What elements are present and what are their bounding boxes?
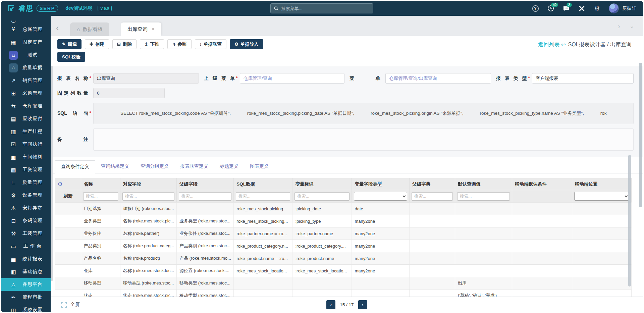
创建-button[interactable]: ✚创建 (85, 39, 109, 49)
sql-statement-box[interactable]: SELECT roke_mes_stock_picking.code AS "单… (93, 103, 634, 124)
breadcrumb: 返回列表 ↩ SQL报表设计器 / 出库查询 (538, 41, 632, 48)
table-row[interactable]: 产品类别名称 (roke.product.categ...产品类别 (roke.… (55, 240, 632, 252)
sidebar-item-应收应付[interactable]: ▤应收应付 (1, 112, 51, 125)
prev-page-button[interactable]: ‹ (326, 300, 335, 309)
window-scrollbar[interactable] (639, 63, 642, 207)
filter-search-input[interactable] (412, 192, 453, 201)
sidebar-item-质量单据[interactable]: ◌质量单据 (1, 61, 51, 74)
table-row[interactable]: 产品名称名称 (roke.product)产品 (roke.mes.stock.… (55, 252, 632, 265)
required-asterisk: * (528, 75, 531, 82)
page-indicator: 15 / 17 (340, 302, 354, 307)
subtab-报表联查定义[interactable]: 报表联查定义 (174, 160, 214, 173)
grid-header-变量标识: 变量标识 (292, 178, 352, 190)
filter-search-input[interactable] (179, 192, 231, 201)
sidebar-item-固定资产[interactable]: ▦固定资产 (1, 36, 51, 49)
content-left-scrollbar[interactable] (51, 66, 53, 281)
subtab-查询结果定义[interactable]: 查询结果定义 (95, 160, 135, 173)
sidebar-item-生产排程[interactable]: ▥生产排程 (1, 125, 51, 138)
remark-box[interactable] (93, 128, 634, 151)
编辑-button[interactable]: ✎编辑 (57, 39, 82, 49)
filter-search-input[interactable] (236, 192, 290, 201)
sidebar-item-系统设置[interactable]: ◫系统设置 (1, 304, 51, 312)
menu-search[interactable] (270, 3, 373, 13)
sidebar-item-基础信息[interactable]: ◧基础信息 (1, 265, 51, 278)
search-input[interactable] (281, 6, 370, 11)
sidebar-item-工装管理[interactable]: ⚒工装管理 (1, 227, 51, 240)
sidebar-item-流程审批[interactable]: ✒流程审批 (1, 291, 51, 304)
page-tab-出库查询[interactable]: 出库查询× (121, 22, 161, 36)
sidebar-item-仓库管理[interactable]: ⇆仓库管理 (1, 100, 51, 112)
filter-cell: 刷新 (55, 190, 81, 203)
cell: date (352, 203, 410, 215)
参照-button[interactable]: ↴参照 (167, 39, 192, 49)
base-info-icon: ◧ (9, 267, 18, 276)
sidebar-item-统计报表[interactable]: ▅统计报表 (1, 253, 51, 265)
grid-header-row: ⚙名称对应字段父级字段SQL数据变量标识变量字段类型父级字典默认查询值移动端默认… (55, 178, 632, 190)
settings-gear-icon[interactable]: ⚙ (593, 5, 601, 12)
column-gear-icon[interactable]: ⚙ (58, 181, 62, 187)
sidebar-item-partial[interactable]: ◡ (1, 16, 51, 23)
单据联查-button[interactable]: ↕单据联查 (195, 39, 227, 49)
table-row[interactable]: 业务类型名称 (roke.mes.stock.pic...业务类型 (roke.… (55, 215, 632, 227)
sidebar-item-睿思平台[interactable]: △睿思平台 (1, 278, 51, 291)
table-row[interactable]: 业务伙伴名称 (roke.partner)业务伙伴 (roke.mes.stoc… (55, 227, 632, 240)
logo-area: 睿思 SERP dev测试环境 V 5.0 (1, 4, 112, 13)
back-arrow-icon[interactable]: ↩ (561, 41, 566, 48)
env-label: dev测试环境 (65, 5, 92, 11)
filter-select[interactable] (574, 192, 629, 201)
sidebar-item-条码管理[interactable]: ⊡条码管理 (1, 214, 51, 227)
refresh-button[interactable]: 刷新 (57, 193, 79, 199)
panel-scrollbar[interactable] (628, 155, 631, 286)
report-type-input[interactable] (532, 73, 634, 84)
report-name-input[interactable] (93, 73, 199, 84)
subtab-查询分组定义[interactable]: 查询分组定义 (135, 160, 174, 173)
parent-menu-input[interactable] (240, 73, 344, 84)
sidebar-item-测试[interactable]: ⌂测试 (1, 49, 51, 61)
filter-search-input[interactable] (457, 192, 510, 201)
sidebar-item-总账管理[interactable]: ¥总账管理 (1, 23, 51, 36)
fixed-columns-input[interactable] (93, 88, 165, 98)
sidebar-item-车间物料[interactable]: ▣车间物料 (1, 151, 51, 163)
sidebar-item-销售管理[interactable]: ↗销售管理 (1, 74, 51, 87)
下推-button[interactable]: ↥下推 (140, 39, 164, 49)
sidebar-item-设备管理[interactable]: ⚙设备管理 (1, 189, 51, 202)
cell (455, 265, 512, 277)
filter-search-input[interactable] (122, 192, 174, 201)
help-icon[interactable]: ? (532, 5, 539, 12)
cell (572, 252, 631, 265)
subtab-标题定义[interactable]: 标题定义 (214, 160, 244, 173)
tools-wrench-icon[interactable] (578, 5, 585, 12)
cell: 产品名称 (81, 252, 120, 265)
tabs-collapse-icon[interactable]: ⌄ (630, 22, 634, 30)
filter-search-input[interactable] (83, 192, 118, 201)
filter-select[interactable] (354, 192, 407, 201)
sidebar: ◡¥总账管理▦固定资产⌂测试◌质量单据↗销售管理⊞采购管理⇆仓库管理▤应收应付▥… (1, 16, 51, 312)
filter-cell (410, 190, 455, 203)
avatar[interactable] (609, 3, 619, 13)
sidebar-item-车间执行[interactable]: ☑车间执行 (1, 138, 51, 151)
sidebar-item-采购管理[interactable]: ⊞采购管理 (1, 87, 51, 100)
table-row[interactable]: 日期选择调拨日期 (roke.mes.stoc...roke_mes_stock… (55, 203, 632, 215)
sidebar-item-质量管理[interactable]: ∟质量管理 (1, 176, 51, 189)
page-tab-数据看板[interactable]: ⌂数据看板 (70, 22, 109, 36)
cell: 移动类型 (roke.mes.stoc... (177, 277, 234, 290)
back-to-list-link[interactable]: 返回列表 (538, 41, 559, 48)
messages-icon[interactable]: 2 (562, 5, 570, 12)
subtab-查询条件定义[interactable]: 查询条件定义 (55, 160, 95, 173)
sidebar-item-工资管理[interactable]: ▩工资管理 (1, 163, 51, 176)
sql-check-button[interactable]: SQL校验 (57, 52, 85, 62)
table-row[interactable]: 移动类型移动类型 (roke.mes.stoc...移动类型 (roke.mes… (55, 277, 632, 290)
sidebar-item-安灯异常[interactable]: ⚠安灯异常 (1, 202, 51, 214)
tabs-scroll-right-icon[interactable]: › (618, 22, 620, 30)
subtab-图表定义[interactable]: 图表定义 (244, 160, 274, 173)
history-clock-icon[interactable]: 40 (547, 5, 554, 12)
menu-input[interactable] (385, 73, 491, 84)
单据导入-button[interactable]: ⚙单据导入 (230, 39, 263, 49)
filter-search-input[interactable] (294, 192, 350, 201)
table-row[interactable]: 仓库名称 (roke.mes.stock.loc...源位置 (roke.mes… (55, 265, 632, 277)
删除-button[interactable]: ⊟删除 (112, 39, 137, 49)
tabs-scroll-left-icon[interactable]: ‹ (56, 24, 59, 32)
sidebar-item-工 作 台[interactable]: ▭工 作 台 (1, 240, 51, 253)
next-page-button[interactable]: › (358, 300, 367, 309)
tab-close-icon[interactable]: × (152, 26, 155, 32)
